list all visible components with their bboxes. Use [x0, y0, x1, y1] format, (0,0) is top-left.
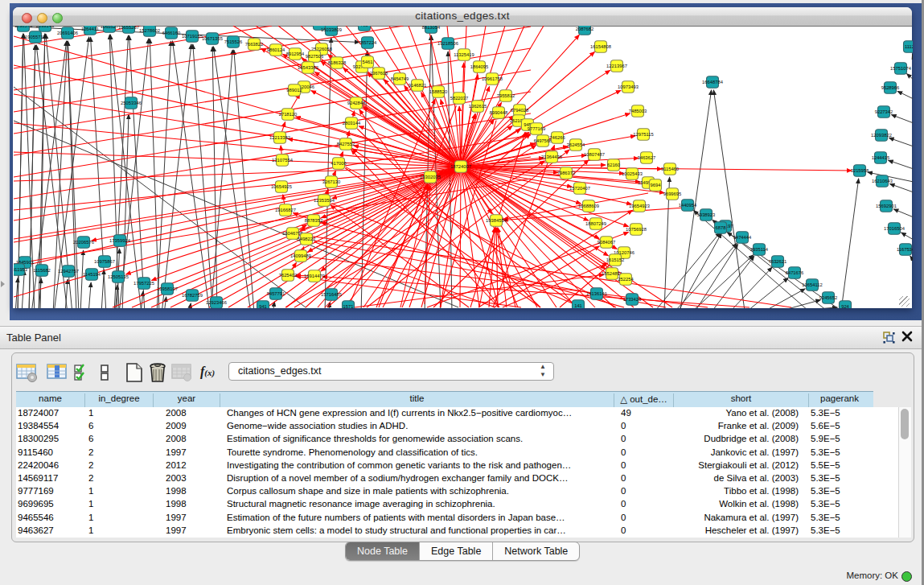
svg-text:15751074: 15751074: [890, 66, 912, 71]
svg-text:12975115: 12975115: [633, 132, 653, 137]
svg-text:10655267: 10655267: [118, 26, 139, 30]
svg-text:9699695: 9699695: [663, 192, 682, 196]
svg-text:19384554: 19384554: [486, 218, 507, 223]
svg-text:10807487: 10807487: [584, 152, 605, 157]
svg-text:10958107: 10958107: [157, 286, 178, 291]
svg-text:10975867: 10975867: [94, 259, 115, 264]
svg-text:10756928: 10756928: [626, 227, 647, 232]
svg-text:12213382: 12213382: [269, 135, 290, 140]
svg-text:8878352: 8878352: [305, 218, 323, 223]
svg-text:18724007: 18724007: [450, 164, 471, 169]
svg-text:14136141: 14136141: [586, 291, 607, 296]
svg-text:25053346: 25053346: [121, 101, 142, 105]
svg-text:12942757: 12942757: [58, 269, 79, 274]
svg-text:9463627: 9463627: [638, 155, 656, 160]
svg-text:12093822: 12093822: [871, 133, 892, 138]
svg-text:6466160: 6466160: [162, 31, 181, 35]
svg-text:19055713: 19055713: [25, 35, 46, 39]
svg-text:62160: 62160: [607, 163, 620, 167]
svg-text:9528966: 9528966: [881, 85, 900, 90]
svg-text:9084067: 9084067: [598, 240, 616, 245]
svg-text:5498222: 5498222: [298, 237, 316, 241]
svg-text:18807249: 18807249: [585, 221, 606, 226]
svg-text:12213967: 12213967: [606, 64, 627, 68]
svg-text:19166827: 19166827: [275, 208, 296, 212]
svg-text:9227342: 9227342: [875, 109, 893, 114]
svg-text:1112: 1112: [905, 44, 913, 49]
svg-text:1571: 1571: [343, 304, 354, 308]
svg-text:10973493: 10973493: [618, 84, 639, 89]
svg-text:7632621: 7632621: [769, 259, 787, 264]
svg-text:8990448: 8990448: [490, 110, 508, 115]
svg-text:252254: 252254: [618, 277, 634, 282]
svg-text:9777169: 9777169: [528, 126, 546, 131]
svg-text:10654112: 10654112: [802, 282, 822, 287]
svg-text:7663822: 7663822: [245, 42, 264, 47]
svg-text:25302035: 25302035: [420, 175, 441, 179]
svg-text:15716485: 15716485: [321, 292, 342, 297]
svg-text:21364436: 21364436: [541, 154, 562, 159]
svg-text:1440954: 1440954: [679, 203, 697, 208]
svg-text:924: 924: [841, 304, 849, 308]
svg-text:16046795: 16046795: [282, 231, 303, 236]
svg-text:2718120: 2718120: [279, 112, 298, 117]
svg-text:2099143: 2099143: [36, 26, 55, 28]
svg-text:3624554: 3624554: [567, 142, 585, 147]
svg-text:9474444: 9474444: [733, 235, 752, 240]
svg-text:16154808: 16154808: [590, 44, 611, 49]
svg-text:9457791: 9457791: [267, 291, 285, 296]
svg-text:1362615: 1362615: [469, 104, 487, 109]
svg-text:5938923: 5938923: [697, 212, 716, 217]
svg-text:9242848: 9242848: [347, 101, 366, 105]
svg-text:9245652: 9245652: [819, 295, 838, 300]
svg-text:989012: 989012: [286, 88, 302, 93]
svg-text:14099489: 14099489: [290, 253, 311, 258]
svg-text:16648784: 16648784: [702, 80, 724, 84]
svg-text:17957225: 17957225: [133, 281, 154, 286]
svg-text:12505135: 12505135: [108, 274, 129, 279]
svg-text:9146821: 9146821: [409, 83, 427, 88]
svg-text:9860124: 9860124: [267, 47, 285, 52]
svg-text:2935114: 2935114: [750, 247, 769, 252]
svg-text:10961758: 10961758: [482, 76, 503, 81]
svg-text:2087682: 2087682: [576, 27, 594, 31]
svg-text:8427552: 8427552: [337, 142, 355, 146]
svg-text:7485003: 7485003: [629, 109, 647, 113]
svg-text:785: 785: [360, 26, 368, 27]
svg-text:16210643: 16210643: [872, 179, 893, 183]
svg-text:6794028: 6794028: [511, 108, 529, 113]
svg-text:1733426: 1733426: [623, 297, 642, 302]
svg-text:1065527: 1065527: [101, 26, 119, 29]
svg-text:16543362: 16543362: [298, 65, 318, 70]
svg-text:15692901: 15692901: [876, 204, 897, 208]
svg-text:9694: 9694: [651, 183, 662, 187]
svg-text:10654925: 10654925: [271, 184, 292, 189]
svg-text:3911953: 3911953: [14, 267, 27, 272]
svg-text:746266: 746266: [549, 135, 565, 140]
svg-text:20691406: 20691406: [57, 31, 78, 35]
svg-text:16914479: 16914479: [304, 274, 325, 278]
svg-text:15720407: 15720407: [569, 186, 590, 191]
svg-text:3267130: 3267130: [322, 179, 341, 184]
svg-text:16782759: 16782759: [182, 293, 203, 298]
svg-text:13107554: 13107554: [272, 158, 294, 163]
svg-text:17016504: 17016504: [884, 226, 906, 231]
svg-text:5461: 5461: [363, 60, 373, 64]
svg-text:941: 941: [259, 304, 267, 308]
svg-text:1264411: 1264411: [81, 27, 99, 31]
svg-text:1167534: 1167534: [897, 247, 913, 252]
svg-text:1145194: 1145194: [83, 272, 101, 277]
svg-text:6878: 6878: [716, 225, 726, 230]
svg-text:141: 141: [574, 303, 582, 308]
svg-text:9827506: 9827506: [306, 54, 324, 59]
svg-text:417006: 417006: [331, 161, 346, 166]
svg-text:15278602: 15278602: [139, 28, 160, 33]
svg-text:2803144: 2803144: [343, 121, 361, 126]
svg-text:8813054: 8813054: [422, 26, 441, 30]
svg-text:10719155: 10719155: [182, 34, 203, 39]
svg-text:16033809: 16033809: [321, 27, 342, 32]
svg-text:10671355: 10671355: [202, 36, 223, 41]
svg-text:7625402: 7625402: [279, 273, 298, 278]
svg-text:1864095: 1864095: [470, 64, 489, 69]
svg-text:20206576: 20206576: [73, 240, 94, 245]
